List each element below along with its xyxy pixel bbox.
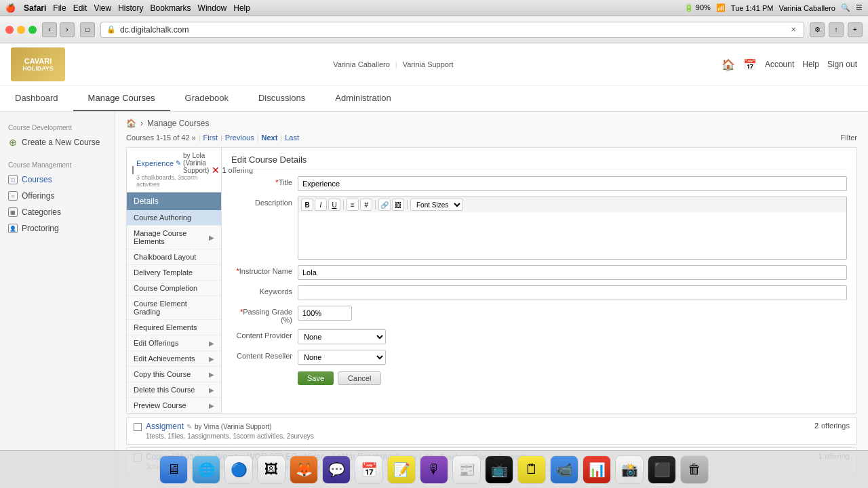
dock-powerpoint[interactable]: 📊	[583, 455, 611, 484]
experience-close-btn[interactable]: ✕	[212, 165, 220, 176]
menu-required-elements[interactable]: Required Elements	[127, 320, 221, 336]
edit-course-panel: Edit Course Details **TitleTitle Descrip…	[222, 148, 856, 413]
help-menu[interactable]: Help	[233, 3, 250, 13]
menu-preview-course[interactable]: Preview Course ▶	[127, 398, 221, 413]
title-input[interactable]	[298, 176, 847, 191]
bookmarks-menu[interactable]: Bookmarks	[151, 3, 191, 13]
first-page-link[interactable]: First	[203, 134, 218, 142]
dock-news[interactable]: 📰	[452, 455, 481, 484]
assignment-edit-icon[interactable]: ✎	[186, 423, 192, 430]
new-tab-btn[interactable]: +	[848, 22, 863, 37]
assignment-title[interactable]: Assigment	[146, 422, 184, 431]
rte-image-btn[interactable]: 🖼	[392, 199, 404, 211]
rte-link-btn[interactable]: 🔗	[378, 199, 391, 211]
sidebar-item-offerings[interactable]: ○ Offerings	[0, 188, 115, 204]
dock-safari[interactable]: 🌐	[192, 455, 220, 484]
dock-stickies[interactable]: 🗒	[517, 455, 546, 484]
menu-edit-achievements[interactable]: Edit Achievements ▶	[127, 351, 221, 367]
search-icon[interactable]: 🔍	[841, 3, 850, 12]
last-page-link[interactable]: Last	[285, 134, 299, 142]
extensions-btn[interactable]: ⚙	[810, 22, 825, 37]
dock-zoom[interactable]: 📹	[550, 455, 578, 484]
content-reseller-label: Content Reseller	[231, 350, 292, 360]
breadcrumb-home-icon[interactable]: 🏠	[126, 119, 136, 128]
dock-screen-capture[interactable]: 📸	[615, 455, 644, 484]
experience-edit-icon[interactable]: ✎	[176, 159, 181, 167]
dock-tv[interactable]: 📺	[485, 455, 513, 484]
next-page-link[interactable]: Next	[262, 134, 278, 142]
menu-delete-course[interactable]: Delete this Course ▶	[127, 382, 221, 398]
edit-menu[interactable]: Edit	[73, 3, 87, 13]
close-window-btn[interactable]	[5, 26, 14, 34]
dock-terminal[interactable]: ⬛	[648, 455, 676, 484]
menu-course-authoring[interactable]: Course Authoring	[127, 210, 221, 226]
signout-link[interactable]: Sign out	[827, 60, 857, 69]
dock-notes[interactable]: 📝	[387, 455, 416, 484]
dock-chrome[interactable]: 🔵	[224, 455, 253, 484]
filter-button[interactable]: Filter	[841, 134, 857, 142]
dock-trash[interactable]: 🗑	[680, 455, 709, 484]
menu-course-completion[interactable]: Course Completion	[127, 281, 221, 296]
view-menu[interactable]: View	[94, 3, 111, 13]
dock-slack[interactable]: 💬	[322, 455, 351, 484]
battery-status: 🔋 90%	[684, 3, 711, 12]
support-user[interactable]: Varinia Support	[403, 60, 454, 68]
experience-title[interactable]: Experience	[136, 159, 174, 167]
help-link[interactable]: Help	[802, 60, 819, 69]
menu-chalkboard-layout[interactable]: Chalkboard Layout	[127, 249, 221, 265]
forward-btn[interactable]: ›	[60, 22, 75, 37]
rte-bold-btn[interactable]: B	[301, 199, 313, 211]
home-nav-icon[interactable]: 🏠	[722, 58, 735, 71]
sidebar-item-proctoring[interactable]: 👤 Proctoring	[0, 220, 115, 237]
save-button[interactable]: Save	[298, 371, 334, 385]
passing-grade-input[interactable]	[298, 306, 352, 321]
minimize-window-btn[interactable]	[17, 26, 25, 34]
nav-manage-courses[interactable]: Manage Courses	[73, 86, 170, 111]
menu-manage-elements[interactable]: Manage Course Elements ▶	[127, 226, 221, 249]
menu-element-grading[interactable]: Course Element Grading	[127, 296, 221, 320]
menu-delivery-template[interactable]: Delivery Template	[127, 265, 221, 281]
dock-calendar[interactable]: 📅	[355, 455, 383, 484]
cancel-button[interactable]: Cancel	[338, 371, 381, 385]
rte-font-size-select[interactable]: Font Sizes	[410, 199, 463, 211]
prev-page-link[interactable]: Previous	[225, 134, 254, 142]
nav-dashboard[interactable]: Dashboard	[0, 86, 73, 111]
dock-podcasts[interactable]: 🎙	[420, 455, 448, 484]
clear-address-btn[interactable]: ✕	[789, 25, 798, 35]
dock-finder[interactable]: 🖥	[159, 455, 188, 484]
rte-content[interactable]	[298, 212, 847, 260]
history-menu[interactable]: History	[118, 3, 143, 13]
rte-italic-btn[interactable]: I	[315, 199, 327, 211]
dock-firefox[interactable]: 🦊	[290, 455, 318, 484]
rte-bullet-btn[interactable]: ≡	[347, 199, 359, 211]
rte-underline-btn[interactable]: U	[328, 199, 340, 211]
menu-copy-course[interactable]: Copy this Course ▶	[127, 367, 221, 382]
nav-gradebook[interactable]: Gradebook	[170, 86, 243, 111]
instructor-input[interactable]	[298, 265, 847, 280]
sidebar-toggle-btn[interactable]: □	[80, 22, 95, 37]
address-input[interactable]	[120, 25, 785, 35]
content-provider-select[interactable]: None	[298, 329, 386, 344]
content-reseller-select[interactable]: None	[298, 350, 386, 365]
header-icons: 🏠 📅 Account Help Sign out	[722, 58, 857, 71]
apple-icon[interactable]: 🍎	[5, 3, 16, 13]
calendar-icon[interactable]: 📅	[743, 58, 757, 71]
share-btn[interactable]: ↑	[829, 22, 844, 37]
keywords-input[interactable]	[298, 285, 847, 300]
nav-administration[interactable]: Administration	[320, 86, 406, 111]
dock-photos[interactable]: 🖼	[257, 455, 285, 484]
nav-discussions[interactable]: Discussions	[243, 86, 320, 111]
menu-edit-offerings[interactable]: Edit Offerings ▶	[127, 336, 221, 351]
rte-number-btn[interactable]: #	[360, 199, 372, 211]
control-icon[interactable]: ☰	[856, 3, 863, 12]
maximize-window-btn[interactable]	[28, 26, 37, 34]
back-btn[interactable]: ‹	[42, 22, 57, 37]
window-menu[interactable]: Window	[198, 3, 227, 13]
file-menu[interactable]: File	[53, 3, 66, 13]
safari-menu[interactable]: Safari	[24, 3, 46, 13]
sidebar-item-categories[interactable]: ▦ Categories	[0, 204, 115, 220]
sidebar-create-new[interactable]: ⊕ Create a New Course	[0, 134, 115, 150]
logo-line1: CAVARI	[24, 57, 52, 65]
account-link[interactable]: Account	[765, 60, 794, 69]
sidebar-item-courses[interactable]: □ Courses	[0, 171, 115, 188]
